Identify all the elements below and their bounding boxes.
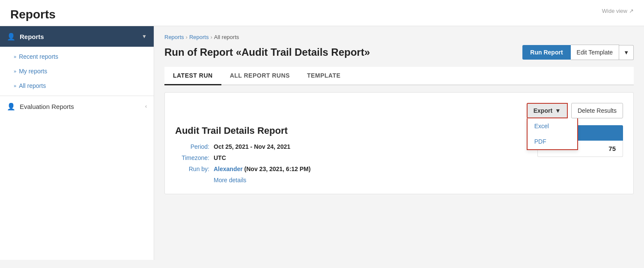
edit-template-dropdown-arrow[interactable]: ▼ xyxy=(619,45,634,60)
user-icon: 👤 xyxy=(7,32,15,41)
export-button[interactable]: Export ▼ xyxy=(527,103,568,118)
edit-template-button[interactable]: Edit Template xyxy=(571,45,620,60)
runby-label: Run by: xyxy=(175,166,209,172)
tabs: LATEST RUN ALL REPORT RUNS TEMPLATE xyxy=(164,67,634,85)
main-content: Reports › Reports › All reports Run of R… xyxy=(154,26,644,260)
action-bar: Export ▼ Excel PDF Delete Results xyxy=(175,103,623,118)
arrow-icon: » xyxy=(14,83,16,88)
report-header: Run of Report «Audit Trail Details Repor… xyxy=(164,45,634,60)
breadcrumb-reports-2[interactable]: Reports xyxy=(189,34,209,40)
period-label: Period: xyxy=(175,143,209,150)
sidebar: 👤 Reports ▼ » Recent reports » My report… xyxy=(0,26,154,260)
wide-view-icon: ↗ xyxy=(629,8,634,14)
tab-all-report-runs[interactable]: ALL REPORT RUNS xyxy=(221,67,298,85)
sidebar-item-label: Recent reports xyxy=(19,53,58,60)
stat-value: 75 xyxy=(608,145,616,152)
more-details-link[interactable]: More details xyxy=(175,177,524,184)
tab-latest-run[interactable]: LATEST RUN xyxy=(164,67,221,85)
page-title: Reports xyxy=(10,8,56,21)
breadcrumb-current: All reports xyxy=(214,34,239,40)
sidebar-item-recent-reports[interactable]: » Recent reports xyxy=(0,49,154,64)
sidebar-item-label: My reports xyxy=(19,68,47,75)
report-details: Audit Trail Details Report Period: Oct 2… xyxy=(175,125,524,184)
sidebar-header[interactable]: 👤 Reports ▼ xyxy=(0,26,154,47)
breadcrumb: Reports › Reports › All reports xyxy=(164,34,634,40)
export-dropdown: Excel PDF xyxy=(527,118,578,150)
export-wrapper: Export ▼ Excel PDF xyxy=(527,103,568,118)
period-value: Oct 25, 2021 - Nov 24, 2021 xyxy=(214,143,290,150)
export-pdf-option[interactable]: PDF xyxy=(528,134,577,149)
breadcrumb-reports-1[interactable]: Reports xyxy=(164,34,184,40)
report-name: Audit Trail Details Report xyxy=(175,125,524,136)
timezone-row: Timezone: UTC xyxy=(175,154,524,161)
chevron-left-icon: ‹ xyxy=(145,103,147,109)
tab-template[interactable]: TEMPLATE xyxy=(298,67,349,85)
chevron-down-icon: ▼ xyxy=(142,33,147,39)
sidebar-item-my-reports[interactable]: » My reports xyxy=(0,64,154,78)
timezone-value: UTC xyxy=(214,154,226,161)
run-report-button[interactable]: Run Report xyxy=(522,45,570,60)
content-area: Export ▼ Excel PDF Delete Results Audit … xyxy=(164,92,634,194)
runby-link[interactable]: Alexander xyxy=(214,166,243,172)
sidebar-item-label: All reports xyxy=(19,82,46,89)
wide-view-button[interactable]: Wide view ↗ xyxy=(602,8,634,14)
period-row: Period: Oct 25, 2021 - Nov 24, 2021 xyxy=(175,143,524,150)
arrow-icon: » xyxy=(14,69,16,74)
dropdown-arrow-icon: ▼ xyxy=(555,107,561,114)
sidebar-section-label: Evaluation Reports xyxy=(20,103,74,110)
report-actions: Run Report Edit Template ▼ xyxy=(522,45,634,60)
report-page-title: Run of Report «Audit Trail Details Repor… xyxy=(164,46,370,58)
delete-results-button[interactable]: Delete Results xyxy=(571,103,623,118)
sidebar-nav: » Recent reports » My reports » All repo… xyxy=(0,47,154,96)
arrow-icon: » xyxy=(14,54,16,59)
sidebar-section-evaluation[interactable]: 👤 Evaluation Reports ‹ xyxy=(0,96,154,117)
runby-value: Alexander (Nov 23, 2021, 6:12 PM) xyxy=(214,166,310,172)
sidebar-item-all-reports[interactable]: » All reports xyxy=(0,78,154,93)
sidebar-header-label: Reports xyxy=(20,33,44,40)
runby-date: (Nov 23, 2021, 6:12 PM) xyxy=(244,166,311,172)
timezone-label: Timezone: xyxy=(175,154,209,161)
runby-row: Run by: Alexander (Nov 23, 2021, 6:12 PM… xyxy=(175,166,524,172)
export-excel-option[interactable]: Excel xyxy=(528,118,577,134)
user-icon: 👤 xyxy=(7,102,15,111)
